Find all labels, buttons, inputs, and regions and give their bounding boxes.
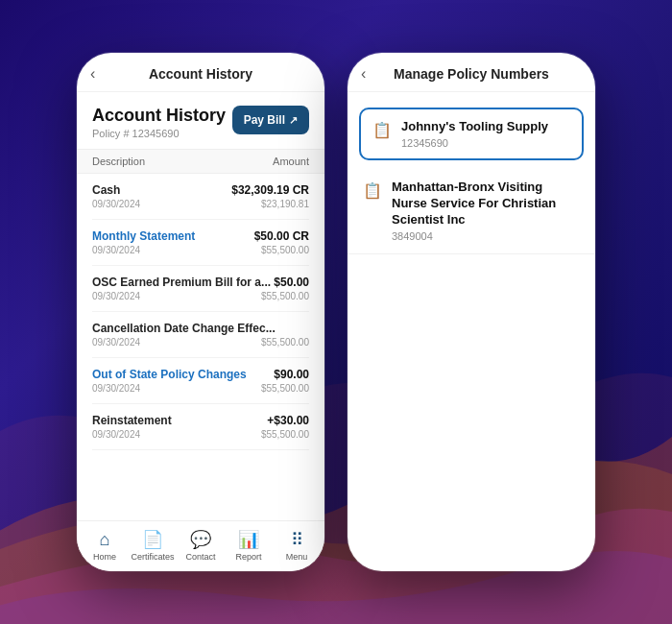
transaction-item[interactable]: Out of State Policy Changes$90.0009/30/2… bbox=[92, 358, 309, 404]
transaction-name: Monthly Statement bbox=[92, 229, 195, 243]
transaction-item: OSC Earned Premium Bill for a...$50.0009… bbox=[92, 266, 309, 312]
bottom-nav: ⌂Home📄Certificates💬Contact📊Report⠿Menu bbox=[77, 520, 324, 571]
transaction-date: 09/30/2024 bbox=[92, 245, 140, 255]
transaction-amount: $50.00 bbox=[274, 276, 309, 289]
transaction-sub-amount: $55,500.00 bbox=[261, 383, 309, 394]
policy-number: 12345690 bbox=[401, 137, 548, 149]
transaction-date: 09/30/2024 bbox=[92, 291, 140, 301]
right-back-button[interactable]: ‹ bbox=[361, 65, 366, 83]
transaction-amount: $90.00 bbox=[274, 368, 309, 381]
policy-name: Manhattan-Bronx Visiting Nurse Service F… bbox=[392, 180, 580, 228]
transaction-name: Out of State Policy Changes bbox=[92, 368, 247, 381]
policy-info: Manhattan-Bronx Visiting Nurse Service F… bbox=[392, 180, 580, 242]
transaction-sub-amount: $55,500.00 bbox=[261, 337, 309, 348]
right-screen-header: ‹ Manage Policy Numbers bbox=[348, 53, 595, 92]
transaction-item: Cash$32,309.19 CR09/30/2024$23,190.81 bbox=[92, 174, 309, 220]
left-screen-header: ‹ Account History bbox=[77, 53, 324, 92]
transaction-item: Reinstatement+$30.0009/30/2024$55,500.00 bbox=[92, 404, 309, 450]
home-icon: ⌂ bbox=[100, 530, 110, 550]
transaction-date: 09/30/2024 bbox=[92, 429, 140, 440]
policy-list: 📋Johnny's Tooling Supply12345690📋Manhatt… bbox=[348, 92, 595, 571]
transaction-date: 09/30/2024 bbox=[92, 199, 140, 209]
transaction-name: OSC Earned Premium Bill for a... bbox=[92, 276, 271, 289]
policy-doc-icon: 📋 bbox=[363, 181, 382, 200]
policy-info: Johnny's Tooling Supply12345690 bbox=[401, 119, 548, 149]
nav-item-menu[interactable]: ⠿Menu bbox=[273, 529, 321, 562]
transaction-name: Cancellation Date Change Effec... bbox=[92, 322, 276, 335]
report-icon: 📊 bbox=[238, 529, 259, 550]
nav-label-report: Report bbox=[235, 552, 261, 562]
transaction-amount: $32,309.19 CR bbox=[231, 183, 309, 197]
nav-label-menu: Menu bbox=[286, 552, 308, 562]
pay-bill-button[interactable]: Pay Bill ↗ bbox=[232, 106, 309, 134]
nav-item-report[interactable]: 📊Report bbox=[225, 529, 273, 562]
transaction-sub-amount: $55,500.00 bbox=[261, 429, 309, 440]
right-screen-title: Manage Policy Numbers bbox=[394, 66, 549, 82]
account-title-block: Account History Policy # 12345690 bbox=[92, 106, 226, 139]
transaction-sub-amount: $55,500.00 bbox=[261, 291, 309, 301]
nav-label-home: Home bbox=[93, 552, 116, 562]
amount-column-header: Amount bbox=[273, 156, 309, 167]
transaction-item[interactable]: Monthly Statement$50.00 CR09/30/2024$55,… bbox=[92, 220, 309, 266]
menu-icon: ⠿ bbox=[291, 529, 303, 550]
nav-label-certificates: Certificates bbox=[131, 552, 174, 562]
phones-container: ‹ Account History Account History Policy… bbox=[77, 53, 595, 571]
transaction-amount: $50.00 CR bbox=[254, 229, 309, 243]
policy-doc-icon: 📋 bbox=[372, 121, 392, 139]
external-link-icon: ↗ bbox=[289, 114, 298, 127]
nav-item-contact[interactable]: 💬Contact bbox=[177, 529, 225, 562]
transaction-item: Cancellation Date Change Effec...09/30/2… bbox=[92, 312, 309, 358]
right-content: 📋Johnny's Tooling Supply12345690📋Manhatt… bbox=[348, 92, 595, 571]
policy-number: 3849004 bbox=[392, 230, 580, 242]
left-content: Account History Policy # 12345690 Pay Bi… bbox=[77, 92, 324, 520]
policy-item[interactable]: 📋Manhattan-Bronx Visiting Nurse Service … bbox=[348, 168, 595, 254]
right-phone: ‹ Manage Policy Numbers 📋Johnny's Toolin… bbox=[348, 53, 595, 571]
description-column-header: Description bbox=[92, 156, 145, 167]
transaction-date: 09/30/2024 bbox=[92, 383, 140, 394]
transaction-amount: +$30.00 bbox=[267, 414, 309, 427]
policy-name: Johnny's Tooling Supply bbox=[401, 119, 548, 135]
transaction-name: Reinstatement bbox=[92, 414, 172, 427]
transaction-date: 09/30/2024 bbox=[92, 337, 140, 348]
account-header: Account History Policy # 12345690 Pay Bi… bbox=[77, 92, 324, 149]
table-header: Description Amount bbox=[77, 149, 324, 174]
transaction-name: Cash bbox=[92, 183, 120, 197]
account-title: Account History bbox=[92, 106, 226, 126]
nav-item-home[interactable]: ⌂Home bbox=[81, 530, 129, 562]
policy-item[interactable]: 📋Johnny's Tooling Supply12345690 bbox=[359, 108, 584, 160]
left-phone: ‹ Account History Account History Policy… bbox=[77, 53, 324, 571]
certificates-icon: 📄 bbox=[142, 529, 163, 550]
left-back-button[interactable]: ‹ bbox=[90, 65, 95, 83]
transaction-sub-amount: $23,190.81 bbox=[261, 199, 309, 209]
contact-icon: 💬 bbox=[190, 529, 211, 550]
nav-item-certificates[interactable]: 📄Certificates bbox=[129, 529, 177, 562]
left-screen-title: Account History bbox=[149, 66, 252, 82]
transaction-sub-amount: $55,500.00 bbox=[261, 245, 309, 255]
transactions-list: Cash$32,309.19 CR09/30/2024$23,190.81Mon… bbox=[77, 174, 324, 520]
policy-number-label: Policy # 12345690 bbox=[92, 128, 226, 139]
nav-label-contact: Contact bbox=[185, 552, 215, 562]
